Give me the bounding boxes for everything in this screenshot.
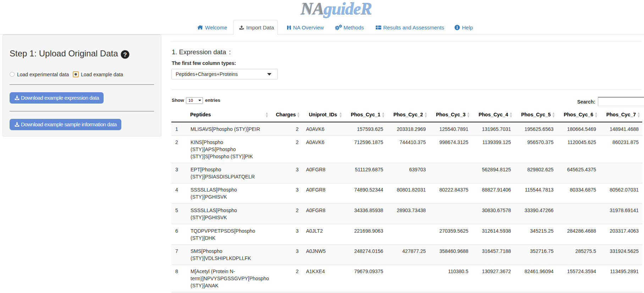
svg-text:?: ? (123, 51, 127, 58)
